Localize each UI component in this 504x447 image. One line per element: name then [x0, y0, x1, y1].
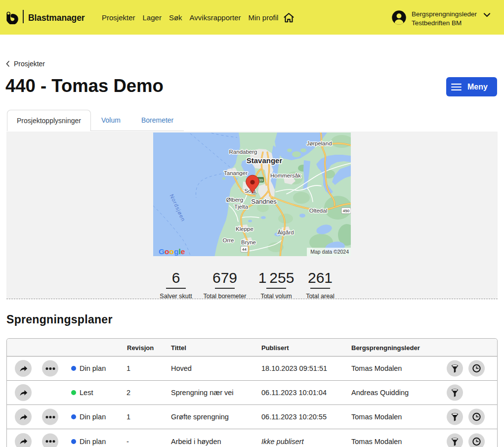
svg-text:Orre: Orre	[223, 237, 234, 243]
svg-text:44: 44	[242, 247, 247, 252]
svg-text:Kleppe: Kleppe	[236, 226, 253, 232]
svg-text:Oltedal: Oltedal	[309, 208, 327, 214]
svg-text:Google: Google	[159, 247, 185, 256]
svg-text:450: 450	[343, 209, 350, 213]
svg-text:Hommersåk: Hommersåk	[270, 173, 301, 179]
svg-text:Map data ©2024: Map data ©2024	[310, 249, 349, 255]
svg-text:Tananger: Tananger	[224, 170, 248, 176]
svg-text:Tjelta: Tjelta	[234, 204, 249, 210]
svg-text:Randaberg: Randaberg	[229, 149, 257, 155]
svg-text:Ølberg: Ølberg	[226, 197, 244, 203]
svg-text:Jørpeland: Jørpeland	[306, 140, 332, 146]
svg-text:Stavanger: Stavanger	[247, 156, 283, 165]
svg-text:Ålgård: Ålgård	[277, 229, 294, 235]
svg-text:Sandnes: Sandnes	[251, 198, 277, 205]
svg-text:Bryne: Bryne	[241, 239, 256, 245]
